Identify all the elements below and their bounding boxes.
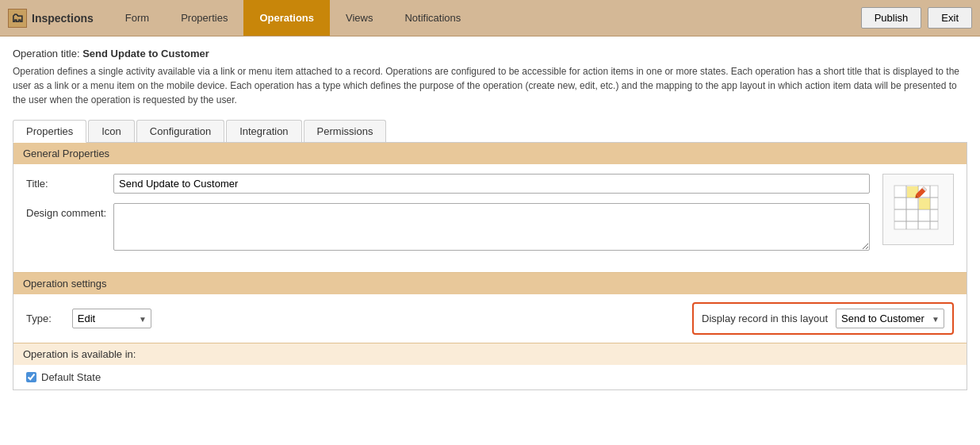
operation-title-row: Operation title: Send Update to Customer	[13, 48, 967, 59]
operation-available-header: Operation is available in:	[13, 343, 967, 365]
type-select-wrap: Edit Create View Delete ▼	[72, 309, 151, 328]
publish-button[interactable]: Publish	[861, 7, 922, 29]
default-state-item: Default State	[26, 371, 101, 383]
display-record-select[interactable]: Send to Customer Default Custom	[836, 309, 944, 328]
design-comment-label: Design comment:	[26, 203, 113, 219]
display-record-box: Display record in this layout Send to Cu…	[692, 302, 954, 335]
general-properties-header: General Properties	[13, 143, 967, 164]
top-nav: 🗂 Inspections Form Properties Operations…	[0, 0, 980, 36]
design-comment-wrap	[113, 203, 870, 253]
properties-panel: General Properties Title: Design comment…	[13, 143, 967, 390]
icon-preview	[882, 174, 954, 245]
title-row: Title:	[26, 174, 870, 194]
app-title: Inspections	[32, 12, 94, 25]
nav-actions: Publish Exit	[861, 7, 972, 29]
sub-tabs: Properties Icon Configuration Integratio…	[13, 120, 967, 143]
display-record-label: Display record in this layout	[702, 313, 828, 324]
operation-settings-header: Operation settings	[13, 273, 967, 294]
operation-settings-section: Operation settings Type: Edit Create Vie…	[13, 272, 967, 343]
subtab-permissions[interactable]: Permissions	[304, 120, 387, 142]
design-comment-row: Design comment:	[26, 203, 870, 253]
design-comment-input[interactable]	[113, 203, 870, 251]
tab-notifications[interactable]: Notifications	[389, 0, 477, 36]
subtab-configuration[interactable]: Configuration	[136, 120, 224, 142]
tab-views[interactable]: Views	[330, 0, 389, 36]
subtab-icon[interactable]: Icon	[88, 120, 135, 142]
nav-tabs: Form Properties Operations Views Notific…	[109, 0, 861, 36]
default-state-checkbox[interactable]	[26, 372, 36, 382]
subtab-properties[interactable]: Properties	[13, 120, 86, 143]
operation-title-value: Send Update to Customer	[82, 48, 209, 59]
main-content: Operation title: Send Update to Customer…	[0, 36, 980, 401]
type-label: Type:	[26, 313, 52, 324]
subtab-integration[interactable]: Integration	[226, 120, 301, 142]
display-record-select-wrap: Send to Customer Default Custom ▼	[836, 309, 944, 328]
logo-icon: 🗂	[8, 9, 27, 28]
operation-available-section: Operation is available in: Default State	[13, 343, 967, 389]
operation-title-prefix: Operation title:	[13, 48, 80, 59]
app-logo: 🗂 Inspections	[8, 9, 94, 28]
exit-button[interactable]: Exit	[928, 7, 972, 29]
svg-rect-8	[919, 198, 930, 209]
type-select[interactable]: Edit Create View Delete	[72, 309, 151, 328]
default-state-label: Default State	[41, 371, 101, 383]
operation-available-content: Default State	[13, 365, 967, 389]
tab-properties[interactable]: Properties	[165, 0, 243, 36]
general-properties-form: Title: Design comment:	[13, 164, 967, 272]
title-label: Title:	[26, 174, 113, 190]
tab-form[interactable]: Form	[109, 0, 165, 36]
title-input[interactable]	[113, 174, 870, 194]
tab-operations[interactable]: Operations	[243, 0, 330, 36]
operation-description: Operation defines a single activity avai…	[13, 64, 967, 107]
operation-settings-row: Type: Edit Create View Delete ▼ Display …	[13, 294, 967, 343]
grid-edit-icon	[890, 182, 946, 237]
title-input-wrap	[113, 174, 870, 194]
